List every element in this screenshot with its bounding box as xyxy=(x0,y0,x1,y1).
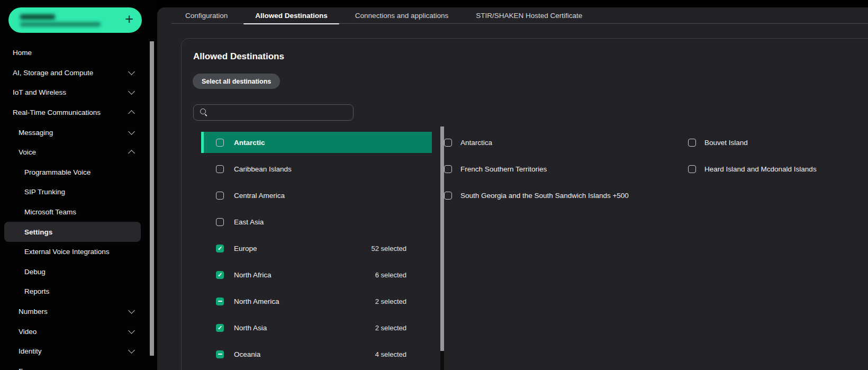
region-row-central-america[interactable]: Central America xyxy=(201,185,432,206)
sidebar-item-debug[interactable]: Debug xyxy=(0,262,157,282)
sidebar-item-label: External Voice Integrations xyxy=(24,248,110,256)
country-checkbox[interactable] xyxy=(444,165,452,173)
sidebar-item-label: Numbers xyxy=(19,308,48,315)
sidebar-item-external-voice-integrations[interactable]: External Voice Integrations xyxy=(0,242,157,262)
country-label: Heard Island and Mcdonald Islands xyxy=(704,165,817,173)
region-list-scrollbar[interactable] xyxy=(440,127,444,351)
sidebar-item-sip-trunking[interactable]: SIP Trunking xyxy=(0,182,157,202)
search-icon xyxy=(200,109,208,116)
region-checkbox[interactable] xyxy=(216,192,224,200)
country-column-1: Antarctica French Southern Territories S… xyxy=(444,132,683,211)
region-row-caribbean-islands[interactable]: Caribbean Islands xyxy=(201,158,432,179)
sidebar-item-real-time-communications[interactable]: Real-Time Communications xyxy=(0,103,157,123)
region-label: Caribbean Islands xyxy=(234,165,292,173)
chevron-down-icon xyxy=(128,327,135,334)
sidebar-item-label: Fax xyxy=(19,367,31,370)
sidebar-item-settings[interactable]: Settings xyxy=(4,222,141,242)
sidebar-item-iot-wireless[interactable]: IoT and Wireless xyxy=(0,83,157,103)
chevron-down-icon xyxy=(128,307,135,314)
tab-allowed-destinations[interactable]: Allowed Destinations xyxy=(241,7,341,23)
tab-stir-shaken-hosted-certificate[interactable]: STIR/SHAKEN Hosted Certificate xyxy=(462,7,596,23)
sidebar-item-ai-storage-compute[interactable]: AI, Storage and Compute xyxy=(0,63,157,83)
region-checkbox-checked[interactable] xyxy=(216,324,224,332)
region-checkbox[interactable] xyxy=(216,165,224,173)
sidebar-item-label: AI, Storage and Compute xyxy=(13,69,93,77)
region-label: North Africa xyxy=(234,271,272,279)
tab-connections-and-applications[interactable]: Connections and applications xyxy=(341,7,462,23)
country-row-french-southern-territories[interactable]: French Southern Territories xyxy=(444,158,683,179)
card-title: Allowed Destinations xyxy=(193,51,284,62)
region-list-scrollbar-track xyxy=(440,351,444,370)
country-row-heard-island[interactable]: Heard Island and Mcdonald Islands xyxy=(688,158,868,179)
region-row-antarctic[interactable]: Antarctic xyxy=(201,132,432,153)
region-count: 52 selected xyxy=(372,245,432,252)
country-checkbox[interactable] xyxy=(688,165,696,173)
select-all-destinations-button[interactable]: Select all destinations xyxy=(193,74,280,89)
region-label: North Asia xyxy=(234,324,267,332)
sidebar-item-voice[interactable]: Voice xyxy=(0,142,157,163)
country-row-antarctica[interactable]: Antarctica xyxy=(444,132,683,153)
region-row-north-america[interactable]: North America 2 selected xyxy=(201,291,432,312)
region-label: East Asia xyxy=(234,218,264,226)
region-checkbox-checked[interactable] xyxy=(216,245,224,252)
sidebar-item-label: Home xyxy=(13,49,32,57)
region-checkbox-checked[interactable] xyxy=(216,271,224,279)
sidebar-item-video[interactable]: Video xyxy=(0,321,157,341)
allowed-destinations-card: Allowed Destinations Select all destinat… xyxy=(181,38,868,370)
sidebar-item-identity[interactable]: Identity xyxy=(0,341,157,362)
region-count: 2 selected xyxy=(375,324,432,332)
chevron-down-icon xyxy=(128,347,135,354)
region-count: 4 selected xyxy=(375,350,432,358)
redacted-balance-text xyxy=(20,14,101,26)
country-row-south-georgia[interactable]: South Georgia and the South Sandwich Isl… xyxy=(444,185,683,206)
country-checkbox[interactable] xyxy=(688,139,696,147)
sidebar-item-home[interactable]: Home xyxy=(0,43,157,63)
chevron-down-icon xyxy=(128,88,135,95)
sidebar-item-numbers[interactable]: Numbers xyxy=(0,302,157,322)
chevron-down-icon xyxy=(128,128,135,135)
sidebar-item-label: Settings xyxy=(24,228,52,236)
redacted-balance-line xyxy=(20,14,55,20)
region-checkbox[interactable] xyxy=(216,139,224,147)
sidebar-item-label: Real-Time Communications xyxy=(13,109,101,116)
region-row-europe[interactable]: Europe 52 selected xyxy=(201,238,432,259)
region-label: North America xyxy=(234,297,279,305)
search-input[interactable] xyxy=(212,109,348,116)
add-funds-icon[interactable]: + xyxy=(125,12,133,26)
sidebar-item-label: Video xyxy=(19,328,37,336)
sidebar-item-label: Identity xyxy=(19,347,42,355)
sidebar-scrollbar[interactable] xyxy=(150,41,154,356)
region-row-oceania[interactable]: Oceania 4 selected xyxy=(201,344,432,365)
sidebar-item-microsoft-teams[interactable]: Microsoft Teams xyxy=(0,202,157,222)
sidebar-item-messaging[interactable]: Messaging xyxy=(0,122,157,142)
sidebar-item-reports[interactable]: Reports xyxy=(0,282,157,302)
country-column-2: Bouvet Island Heard Island and Mcdonald … xyxy=(688,132,868,185)
sidebar: + Home AI, Storage and Compute IoT and W… xyxy=(0,0,157,370)
redacted-credit-line xyxy=(20,22,101,26)
sidebar-item-programmable-voice[interactable]: Programmable Voice xyxy=(0,163,157,183)
region-count: 2 selected xyxy=(375,297,432,305)
region-label: Antarctic xyxy=(234,139,265,147)
chevron-up-icon xyxy=(128,110,135,117)
chevron-up-icon xyxy=(128,150,135,157)
sidebar-item-label: SIP Trunking xyxy=(24,188,65,196)
sidebar-nav: Home AI, Storage and Compute IoT and Wir… xyxy=(0,43,157,370)
chevron-down-icon xyxy=(128,68,135,75)
country-checkbox[interactable] xyxy=(444,139,452,147)
region-checkbox-indeterminate[interactable] xyxy=(216,350,224,358)
region-label: Central America xyxy=(234,192,285,200)
region-row-north-asia[interactable]: North Asia 2 selected xyxy=(201,317,432,338)
region-checkbox-indeterminate[interactable] xyxy=(216,297,224,305)
country-checkbox[interactable] xyxy=(444,192,452,200)
destination-search[interactable] xyxy=(193,104,354,121)
country-row-bouvet-island[interactable]: Bouvet Island xyxy=(688,132,868,153)
tab-bar: Configuration Allowed Destinations Conne… xyxy=(171,7,868,24)
country-label: French Southern Territories xyxy=(460,165,547,173)
region-row-east-asia[interactable]: East Asia xyxy=(201,211,432,232)
balance-pill[interactable]: + xyxy=(8,7,142,33)
region-checkbox[interactable] xyxy=(216,218,224,226)
tab-configuration[interactable]: Configuration xyxy=(171,7,241,23)
region-row-north-africa[interactable]: North Africa 6 selected xyxy=(201,264,432,285)
region-list: Antarctic Caribbean Islands Central Amer… xyxy=(201,132,432,370)
sidebar-item-fax[interactable]: Fax xyxy=(0,362,157,370)
